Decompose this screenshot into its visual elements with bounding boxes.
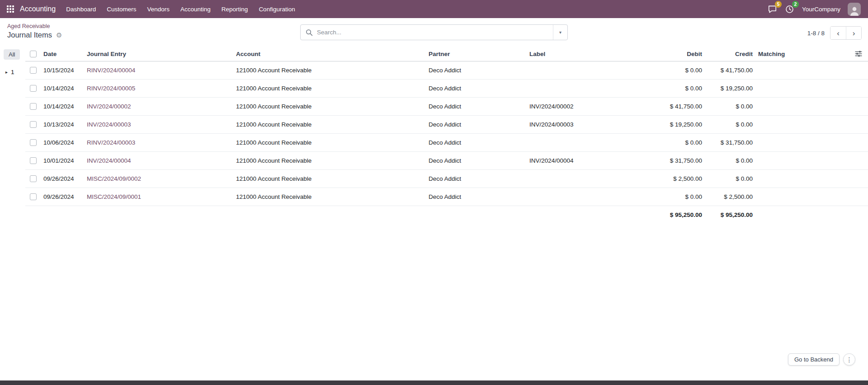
- cell-credit[interactable]: $ 0.00: [705, 169, 755, 188]
- table-row[interactable]: 10/01/2024 INV/2024/00004 121000 Account…: [25, 151, 868, 169]
- cell-credit[interactable]: $ 2,500.00: [705, 188, 755, 206]
- cell-date[interactable]: 10/14/2024: [42, 97, 85, 115]
- row-checkbox[interactable]: [30, 193, 37, 200]
- cell-matching[interactable]: [755, 133, 794, 151]
- cell-credit[interactable]: $ 31,750.00: [705, 133, 755, 151]
- cell-credit[interactable]: $ 0.00: [705, 97, 755, 115]
- gear-icon[interactable]: ⚙: [56, 32, 62, 38]
- table-row[interactable]: 10/13/2024 INV/2024/00003 121000 Account…: [25, 115, 868, 133]
- cell-label[interactable]: INV/2024/00002: [528, 97, 643, 115]
- pager-previous-icon[interactable]: ‹: [830, 27, 846, 39]
- more-options-icon[interactable]: ⋮: [843, 353, 855, 366]
- cell-journal-entry[interactable]: RINV/2024/00003: [85, 133, 234, 151]
- menu-item-dashboard[interactable]: Dashboard: [61, 3, 101, 15]
- pager-value[interactable]: 1-8 / 8: [807, 30, 825, 37]
- cell-account[interactable]: 121000 Account Receivable: [234, 151, 427, 169]
- column-header-partner[interactable]: Partner: [427, 47, 528, 61]
- cell-account[interactable]: 121000 Account Receivable: [234, 61, 427, 79]
- search-input[interactable]: [313, 29, 553, 36]
- cell-journal-entry[interactable]: RINV/2024/00005: [85, 79, 234, 97]
- column-header-matching[interactable]: Matching: [755, 47, 794, 61]
- cell-partner[interactable]: Deco Addict: [427, 115, 528, 133]
- table-row[interactable]: 10/14/2024 INV/2024/00002 121000 Account…: [25, 97, 868, 115]
- row-checkbox[interactable]: [30, 121, 37, 128]
- select-all-header[interactable]: [25, 47, 42, 61]
- journal-entry-link[interactable]: INV/2024/00004: [87, 157, 131, 164]
- column-header-date[interactable]: Date: [42, 47, 85, 61]
- journal-entry-link[interactable]: INV/2024/00003: [87, 121, 131, 128]
- cell-debit[interactable]: $ 0.00: [643, 133, 705, 151]
- cell-date[interactable]: 10/13/2024: [42, 115, 85, 133]
- cell-account[interactable]: 121000 Account Receivable: [234, 97, 427, 115]
- cell-date[interactable]: 10/01/2024: [42, 151, 85, 169]
- journal-entry-link[interactable]: INV/2024/00002: [87, 103, 131, 110]
- row-checkbox[interactable]: [30, 139, 37, 146]
- cell-debit[interactable]: $ 0.00: [643, 79, 705, 97]
- go-to-backend-button[interactable]: Go to Backend: [788, 353, 840, 366]
- menu-item-customers[interactable]: Customers: [102, 3, 141, 15]
- cell-date[interactable]: 10/14/2024: [42, 79, 85, 97]
- cell-account[interactable]: 121000 Account Receivable: [234, 79, 427, 97]
- cell-date[interactable]: 09/26/2024: [42, 169, 85, 188]
- cell-matching[interactable]: [755, 151, 794, 169]
- table-row[interactable]: 10/06/2024 RINV/2024/00003 121000 Accoun…: [25, 133, 868, 151]
- cell-partner[interactable]: Deco Addict: [427, 97, 528, 115]
- cell-journal-entry[interactable]: INV/2024/00003: [85, 115, 234, 133]
- select-all-checkbox[interactable]: [30, 51, 37, 57]
- menu-item-configuration[interactable]: Configuration: [254, 3, 300, 15]
- row-select-cell[interactable]: [25, 133, 42, 151]
- row-checkbox[interactable]: [30, 85, 37, 92]
- cell-debit[interactable]: $ 2,500.00: [643, 169, 705, 188]
- cell-account[interactable]: 121000 Account Receivable: [234, 115, 427, 133]
- journal-entry-link[interactable]: MISC/2024/09/0002: [87, 175, 141, 182]
- row-select-cell[interactable]: [25, 115, 42, 133]
- group-page-row[interactable]: ▸ 1: [0, 69, 25, 75]
- cell-matching[interactable]: [755, 115, 794, 133]
- row-checkbox[interactable]: [30, 67, 37, 74]
- cell-account[interactable]: 121000 Account Receivable: [234, 188, 427, 206]
- row-select-cell[interactable]: [25, 151, 42, 169]
- pager-next-icon[interactable]: ›: [846, 27, 861, 39]
- cell-journal-entry[interactable]: MISC/2024/09/0002: [85, 169, 234, 188]
- cell-credit[interactable]: $ 19,250.00: [705, 79, 755, 97]
- row-checkbox[interactable]: [30, 175, 37, 182]
- cell-label[interactable]: [528, 169, 643, 188]
- messages-icon[interactable]: 5: [768, 4, 778, 14]
- cell-matching[interactable]: [755, 79, 794, 97]
- cell-partner[interactable]: Deco Addict: [427, 61, 528, 79]
- column-header-debit[interactable]: Debit: [643, 47, 705, 61]
- row-checkbox[interactable]: [30, 103, 37, 110]
- menu-item-reporting[interactable]: Reporting: [217, 3, 253, 15]
- cell-journal-entry[interactable]: MISC/2024/09/0001: [85, 188, 234, 206]
- cell-account[interactable]: 121000 Account Receivable: [234, 169, 427, 188]
- column-header-account[interactable]: Account: [234, 47, 427, 61]
- cell-label[interactable]: [528, 79, 643, 97]
- cell-debit[interactable]: $ 19,250.00: [643, 115, 705, 133]
- cell-debit[interactable]: $ 31,750.00: [643, 151, 705, 169]
- user-avatar[interactable]: [848, 3, 861, 16]
- cell-matching[interactable]: [755, 188, 794, 206]
- cell-credit[interactable]: $ 0.00: [705, 115, 755, 133]
- cell-label[interactable]: [528, 133, 643, 151]
- cell-credit[interactable]: $ 0.00: [705, 151, 755, 169]
- app-brand[interactable]: Accounting: [20, 5, 56, 13]
- row-select-cell[interactable]: [25, 79, 42, 97]
- table-row[interactable]: 10/15/2024 RINV/2024/00004 121000 Accoun…: [25, 61, 868, 79]
- column-header-credit[interactable]: Credit: [705, 47, 755, 61]
- cell-matching[interactable]: [755, 97, 794, 115]
- cell-date[interactable]: 10/15/2024: [42, 61, 85, 79]
- optional-columns-icon[interactable]: [855, 50, 862, 57]
- cell-label[interactable]: INV/2024/00003: [528, 115, 643, 133]
- table-row[interactable]: 10/14/2024 RINV/2024/00005 121000 Accoun…: [25, 79, 868, 97]
- cell-partner[interactable]: Deco Addict: [427, 188, 528, 206]
- cell-debit[interactable]: $ 0.00: [643, 188, 705, 206]
- column-header-label[interactable]: Label: [528, 47, 643, 61]
- activities-icon[interactable]: 2: [785, 4, 795, 14]
- cell-matching[interactable]: [755, 61, 794, 79]
- cell-journal-entry[interactable]: RINV/2024/00004: [85, 61, 234, 79]
- cell-partner[interactable]: Deco Addict: [427, 79, 528, 97]
- column-header-journal-entry[interactable]: Journal Entry: [85, 47, 234, 61]
- cell-journal-entry[interactable]: INV/2024/00004: [85, 151, 234, 169]
- cell-partner[interactable]: Deco Addict: [427, 169, 528, 188]
- cell-journal-entry[interactable]: INV/2024/00002: [85, 97, 234, 115]
